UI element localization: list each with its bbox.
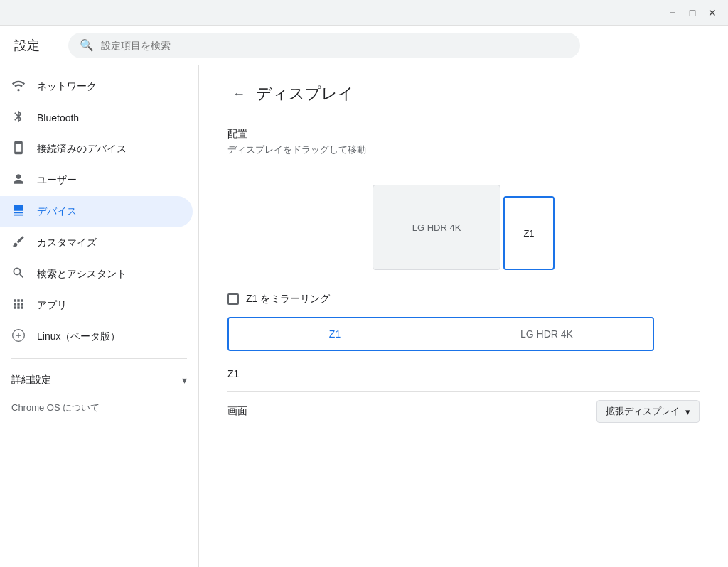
- chevron-down-icon: ▾: [685, 406, 690, 417]
- sidebar-label-linux: Linux（ベータ版）: [37, 330, 120, 343]
- maximize-button[interactable]: □: [682, 3, 702, 23]
- tab-z1[interactable]: Z1: [229, 318, 441, 350]
- screen-setting-row: 画面 拡張ディスプレイ ▾: [228, 391, 700, 431]
- sidebar-item-customize[interactable]: カスタマイズ: [0, 227, 193, 259]
- sidebar-item-apps[interactable]: アプリ: [0, 290, 193, 321]
- mirror-row: Z1 をミラーリング: [228, 293, 700, 306]
- sidebar-item-device[interactable]: デバイス: [0, 196, 193, 227]
- display-box-lg[interactable]: LG HDR 4K: [373, 185, 500, 270]
- arrangement-sublabel: ディスプレイをドラッグして移動: [228, 144, 700, 156]
- arrangement-label: 配置: [228, 128, 700, 141]
- sidebar-label-devices: 接続済みのデバイス: [37, 143, 127, 156]
- page-header: ← ディスプレイ: [228, 82, 700, 105]
- sidebar-item-users[interactable]: ユーザー: [0, 165, 193, 196]
- display-tabs: Z1 LG HDR 4K: [228, 317, 654, 351]
- back-button[interactable]: ←: [228, 82, 250, 105]
- sidebar-label-bluetooth: Bluetooth: [37, 112, 79, 124]
- app-title: 設定: [14, 37, 40, 54]
- sidebar-label-search: 検索とアシスタント: [37, 268, 127, 281]
- sidebar-label-device: デバイス: [37, 205, 77, 218]
- sidebar-label-customize: カスタマイズ: [37, 237, 97, 249]
- advanced-label: 詳細設定: [11, 374, 51, 387]
- minimize-button[interactable]: －: [663, 3, 682, 23]
- screen-dropdown[interactable]: 拡張ディスプレイ ▾: [596, 400, 700, 423]
- tab-lg[interactable]: LG HDR 4K: [441, 318, 653, 350]
- monitor-icon: [11, 203, 26, 221]
- mirror-label: Z1 をミラーリング: [246, 293, 330, 306]
- search-input[interactable]: [101, 40, 569, 51]
- content-area: ← ディスプレイ 配置 ディスプレイをドラッグして移動 LG HDR 4K Z1: [199, 65, 728, 567]
- chevron-down-icon: ▾: [182, 374, 187, 386]
- sidebar-item-connected-devices[interactable]: 接続済みのデバイス: [0, 134, 193, 165]
- header: 設定 🔍: [0, 26, 728, 65]
- phone-icon: [11, 141, 26, 158]
- sidebar-item-network[interactable]: ネットワーク: [0, 71, 193, 102]
- sidebar: ネットワーク Bluetooth 接続済みのデバイス ユーザー デバイス: [0, 65, 199, 567]
- advanced-settings[interactable]: 詳細設定 ▾: [0, 364, 198, 396]
- main-layout: ネットワーク Bluetooth 接続済みのデバイス ユーザー デバイス: [0, 65, 728, 567]
- sidebar-item-search[interactable]: 検索とアシスタント: [0, 259, 193, 290]
- titlebar: － □ ✕: [0, 0, 728, 26]
- search-icon: 🔍: [80, 38, 94, 52]
- sidebar-label-network: ネットワーク: [37, 80, 97, 93]
- sidebar-item-linux[interactable]: Linux（ベータ版）: [0, 321, 193, 352]
- arrangement-section: 配置 ディスプレイをドラッグして移動: [228, 128, 700, 156]
- display-box-z1[interactable]: Z1: [503, 196, 555, 270]
- linux-icon: [11, 328, 26, 346]
- mirror-checkbox[interactable]: [228, 293, 239, 305]
- about-chromeos[interactable]: Chrome OS について: [0, 396, 198, 420]
- sidebar-item-bluetooth[interactable]: Bluetooth: [0, 102, 193, 134]
- person-icon: [11, 172, 26, 190]
- sidebar-label-users: ユーザー: [37, 174, 77, 187]
- current-display-label: Z1: [228, 368, 700, 379]
- apps-icon: [11, 297, 26, 315]
- page-title: ディスプレイ: [256, 83, 354, 104]
- search-bar: 🔍: [68, 33, 580, 58]
- brush-icon: [11, 234, 26, 252]
- display-arrangement: LG HDR 4K Z1: [228, 171, 700, 270]
- bluetooth-icon: [11, 109, 26, 127]
- svg-point-0: [17, 89, 19, 91]
- wifi-icon: [11, 78, 26, 96]
- sidebar-label-apps: アプリ: [37, 299, 67, 312]
- sidebar-divider: [11, 358, 187, 359]
- search-sidebar-icon: [11, 266, 26, 284]
- close-button[interactable]: ✕: [702, 3, 722, 23]
- screen-label: 画面: [228, 405, 247, 418]
- screen-value: 拡張ディスプレイ: [606, 405, 680, 418]
